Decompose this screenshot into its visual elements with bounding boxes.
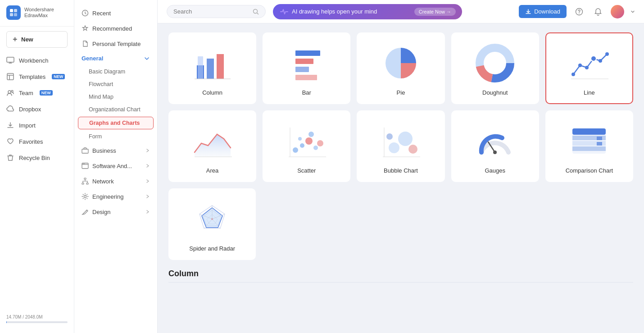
notifications-button[interactable] — [592, 5, 604, 18]
sub-item-form[interactable]: Form — [74, 130, 157, 143]
svg-rect-5 — [7, 73, 14, 80]
line-label: Line — [584, 89, 595, 96]
network-icon — [82, 178, 89, 185]
chevron-right-icon3 — [145, 179, 150, 183]
svg-point-53 — [408, 145, 417, 154]
category-engineering[interactable]: Engineering — [74, 189, 157, 204]
mid-item-recent[interactable]: Recent — [74, 5, 157, 21]
svg-point-35 — [578, 64, 582, 67]
download-button[interactable]: Download — [519, 5, 567, 18]
chart-card-comparison[interactable]: Comparison Chart — [545, 110, 633, 182]
avatar[interactable] — [611, 5, 624, 18]
svg-point-38 — [599, 59, 602, 63]
svg-rect-22 — [217, 54, 224, 79]
business-icon — [82, 147, 89, 154]
general-section[interactable]: General — [74, 51, 157, 65]
sub-item-flowchart[interactable]: Flowchart — [74, 78, 157, 91]
new-button[interactable]: ＋ New — [6, 31, 68, 48]
mid-item-personal[interactable]: Personal Template — [74, 36, 157, 51]
svg-rect-64 — [597, 137, 602, 140]
category-network[interactable]: Network — [74, 173, 157, 189]
network-label: Network — [92, 178, 114, 185]
svg-rect-27 — [295, 67, 309, 72]
personal-template-label: Personal Template — [92, 41, 141, 47]
area-thumb — [177, 119, 248, 164]
team-badge: NEW — [40, 90, 53, 96]
import-icon — [6, 121, 14, 129]
chart-card-bubble[interactable]: Bubble Chart — [357, 110, 444, 182]
download-label: Download — [534, 8, 560, 15]
ai-banner[interactable]: AI drawing helps open your mind Create N… — [273, 4, 462, 19]
storage-fill — [6, 321, 7, 323]
svg-point-44 — [305, 137, 313, 145]
chart-grid-row1: Column Bar — [168, 32, 633, 104]
sub-item-mindmap[interactable]: Mind Map — [74, 91, 157, 103]
heart-icon — [6, 137, 14, 146]
scatter-label: Scatter — [297, 167, 316, 174]
sidebar-item-templates[interactable]: Templates NEW — [0, 68, 74, 85]
chart-card-scatter[interactable]: Scatter — [263, 110, 350, 182]
svg-rect-9 — [82, 149, 88, 153]
chart-grid-row3: Spider and Radar — [168, 188, 633, 260]
sidebar-item-import[interactable]: Import — [0, 117, 74, 133]
favorites-label: Favorites — [19, 138, 43, 145]
sidebar-item-dropbox[interactable]: Dropbox — [0, 101, 74, 117]
ai-text: AI drawing helps open your mind — [292, 8, 377, 15]
storage-track — [6, 321, 68, 323]
doughnut-thumb — [459, 41, 531, 86]
bubble-label: Bubble Chart — [384, 167, 418, 174]
star-icon — [82, 25, 89, 32]
help-button[interactable] — [573, 5, 585, 18]
sidebar-item-favorites[interactable]: Favorites — [0, 133, 74, 150]
svg-point-37 — [591, 56, 596, 61]
chevron-right-icon2 — [145, 164, 150, 168]
chart-card-area[interactable]: Area — [168, 110, 256, 182]
search-input[interactable] — [173, 8, 249, 15]
file-icon — [82, 40, 89, 47]
chart-card-doughnut[interactable]: Doughnut — [451, 32, 539, 104]
chart-card-pie[interactable]: Pie — [357, 32, 444, 104]
sidebar-item-team[interactable]: Team NEW — [0, 85, 74, 101]
top-right-actions: Download — [519, 5, 635, 18]
clock-icon — [82, 9, 89, 17]
chart-card-spider[interactable]: Spider and Radar — [168, 188, 256, 260]
svg-point-17 — [254, 9, 258, 13]
chevron-right-icon4 — [145, 194, 150, 199]
svg-point-45 — [313, 146, 318, 150]
doughnut-label: Doughnut — [482, 89, 508, 96]
sub-item-org[interactable]: Organizational Chart — [74, 103, 157, 116]
create-now-button[interactable]: Create Now → — [414, 8, 456, 16]
chevron-down-icon — [144, 55, 150, 62]
svg-rect-2 — [10, 13, 13, 16]
chart-card-bar[interactable]: Bar — [263, 32, 350, 104]
sidebar-item-workbench[interactable]: Workbench — [0, 52, 74, 68]
sub-item-basic[interactable]: Basic Diagram — [74, 65, 157, 78]
engineering-icon — [82, 193, 89, 200]
column-label: Column — [202, 89, 222, 96]
storage-area: 14.70M / 2048.0M — [0, 310, 74, 328]
svg-point-34 — [571, 73, 575, 76]
sub-item-graphs[interactable]: Graphs and Charts — [78, 117, 154, 129]
new-label: New — [21, 36, 33, 43]
svg-point-6 — [8, 91, 11, 93]
pie-label: Pie — [397, 89, 405, 96]
svg-rect-3 — [14, 13, 17, 16]
search-box[interactable] — [167, 5, 266, 18]
category-design[interactable]: Design — [74, 204, 157, 219]
storage-text: 14.70M / 2048.0M — [6, 315, 68, 319]
category-software[interactable]: Software And... — [74, 158, 157, 173]
category-business[interactable]: Business — [74, 143, 157, 158]
svg-rect-23 — [198, 56, 203, 79]
chart-card-gauges[interactable]: Gauges — [451, 110, 539, 182]
template-icon — [6, 73, 14, 81]
chart-card-line[interactable]: Line — [545, 32, 633, 104]
area-label: Area — [206, 167, 218, 174]
svg-rect-25 — [295, 50, 320, 56]
business-label: Business — [92, 147, 116, 154]
line-thumb — [553, 41, 625, 86]
mid-item-recommended[interactable]: Recommended — [74, 21, 157, 36]
sidebar-item-recycle[interactable]: Recycle Bin — [0, 150, 74, 166]
svg-rect-4 — [7, 57, 14, 62]
svg-rect-28 — [295, 75, 317, 80]
chart-card-column[interactable]: Column — [168, 32, 256, 104]
